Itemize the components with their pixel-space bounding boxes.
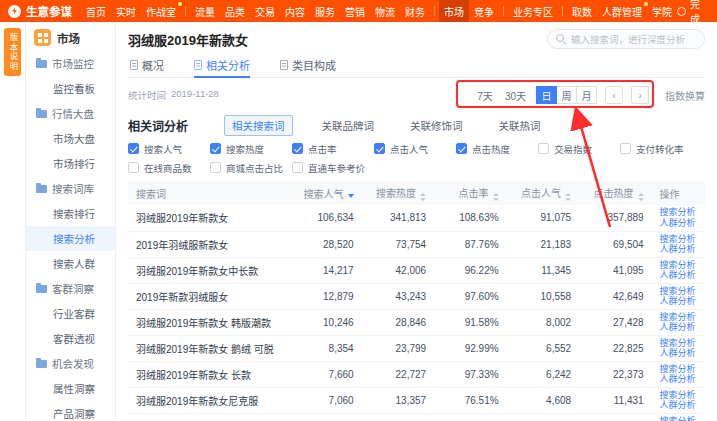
metric-checkbox[interactable]: 点击热度 <box>456 142 538 156</box>
nav-item[interactable]: 首页 <box>81 0 111 22</box>
search-analysis-link[interactable]: 搜索分析 <box>660 260 697 271</box>
metric-label: 直通车参考价 <box>308 161 365 175</box>
table-row: 波司登羽绒服女2019年新款 6,475 16,991 91.16% 5,377… <box>128 413 705 421</box>
search-analysis-link[interactable]: 搜索分析 <box>660 390 697 401</box>
nav-item[interactable]: 市场 <box>439 0 469 22</box>
sidebar-item[interactable]: 市场排行 <box>26 151 115 176</box>
crowd-analysis-link[interactable]: 人群分析 <box>660 296 697 307</box>
sidebar-item[interactable]: 行业客群 <box>26 301 115 326</box>
col-click-rate[interactable]: 点击率 <box>434 181 507 205</box>
date-range-button[interactable]: 7天 <box>475 86 495 105</box>
nav-item[interactable]: 人群管理 <box>597 0 647 22</box>
sidebar-item[interactable]: 产品洞察 <box>26 401 115 421</box>
nav-item[interactable]: 营销 <box>340 0 370 22</box>
folder-icon <box>36 185 47 193</box>
related-word-tab[interactable]: 关联品牌词 <box>315 116 382 135</box>
logo[interactable]: 生意参谋 <box>0 0 81 22</box>
crowd-analysis-link[interactable]: 人群分析 <box>660 244 697 255</box>
nav-item[interactable]: 流量 <box>190 0 220 22</box>
sidebar-item[interactable]: 机会发现 <box>26 351 115 376</box>
nav-item[interactable]: 财务 <box>400 0 430 22</box>
nav-item[interactable]: 交易 <box>250 0 280 22</box>
cell-click-popularity: 91,075 <box>507 205 580 231</box>
search-analysis-link[interactable]: 搜索分析 <box>660 286 697 297</box>
sidebar-item[interactable]: 搜索词库 <box>26 176 115 201</box>
search-input[interactable] <box>571 34 696 45</box>
sidebar-item-label: 客群透视 <box>53 331 95 346</box>
col-click-heat[interactable]: 点击热度 <box>579 181 652 205</box>
version-note-tag[interactable]: 版本说明 <box>4 28 21 76</box>
nav-item[interactable]: 物流 <box>370 0 400 22</box>
search-analysis-link[interactable]: 搜索分析 <box>660 234 697 245</box>
date-range-button[interactable]: 30天 <box>503 86 528 105</box>
crowd-analysis-link[interactable]: 人群分析 <box>660 374 697 385</box>
related-word-tab[interactable]: 关联修饰词 <box>403 116 470 135</box>
metric-checkbox[interactable]: 搜索热度 <box>210 142 292 156</box>
sidebar-item[interactable]: 搜索分析 <box>26 226 115 251</box>
nav-item[interactable]: 业务专区 <box>508 0 558 22</box>
search-analysis-link[interactable]: 搜索分析 <box>660 338 697 349</box>
cell-search-popularity: 14,217 <box>289 257 362 283</box>
metric-checkbox[interactable]: 直通车参考价 <box>292 161 374 175</box>
nav-item[interactable]: 品类 <box>220 0 250 22</box>
sidebar-item[interactable]: 搜索人群 <box>26 251 115 276</box>
crowd-analysis-link[interactable]: 人群分析 <box>660 218 697 229</box>
sidebar-item[interactable]: 行情大盘 <box>26 101 115 126</box>
metric-label: 点击人气 <box>390 142 428 156</box>
sidebar-item[interactable]: 市场监控 <box>26 51 115 76</box>
search-analysis-link[interactable]: 搜索分析 <box>660 312 697 323</box>
prev-date-button[interactable]: ‹ <box>605 86 623 104</box>
nav-item[interactable]: 取数 <box>567 0 597 22</box>
col-search-popularity[interactable]: 搜索人气 <box>289 181 362 205</box>
folder-icon <box>36 360 47 368</box>
analysis-tab[interactable]: 概况 <box>130 52 164 77</box>
cell-search-heat: 43,243 <box>362 283 435 309</box>
search-analysis-link[interactable]: 搜索分析 <box>660 364 697 375</box>
search-analysis-link[interactable]: 搜索分析 <box>660 416 697 421</box>
search-analysis-link[interactable]: 搜索分析 <box>660 207 697 218</box>
metric-checkbox[interactable]: 商城点击占比 <box>210 161 292 175</box>
cell-actions: 搜索分析 人群分析 <box>652 309 705 335</box>
crowd-analysis-link[interactable]: 人群分析 <box>660 400 697 411</box>
nav-item[interactable]: 实时 <box>111 0 141 22</box>
col-search-heat[interactable]: 搜索热度 <box>362 181 435 205</box>
cell-click-heat: 41,095 <box>579 257 652 283</box>
date-unit-button[interactable]: 月 <box>576 86 597 104</box>
nav-item[interactable]: 作战室 <box>141 0 181 22</box>
metric-checkbox[interactable]: 点击人气 <box>374 142 456 156</box>
sidebar-item[interactable]: 客群透视 <box>26 326 115 351</box>
col-click-popularity[interactable]: 点击人气 <box>507 181 580 205</box>
nav-item[interactable]: 服务 <box>310 0 340 22</box>
sidebar-item[interactable]: 客群洞察 <box>26 276 115 301</box>
related-word-tab[interactable]: 相关搜索词 <box>224 115 293 136</box>
sidebar-menu: 市场监控 监控看板 行情大盘 市场大盘 <box>26 51 115 421</box>
crowd-analysis-link[interactable]: 人群分析 <box>660 270 697 281</box>
crowd-analysis-link[interactable]: 人群分析 <box>660 348 697 359</box>
topbar-right-action[interactable]: 完成 <box>677 0 717 22</box>
sidebar-item[interactable]: 市场大盘 <box>26 126 115 151</box>
nav-item[interactable]: 竞争 <box>469 0 499 22</box>
search-icon <box>556 34 566 44</box>
sidebar-item[interactable]: 搜索排行 <box>26 201 115 226</box>
next-date-button[interactable]: › <box>631 86 649 104</box>
keyword-search-box[interactable] <box>547 29 705 49</box>
crowd-analysis-link[interactable]: 人群分析 <box>660 322 697 333</box>
date-unit-button[interactable]: 日 <box>536 86 557 104</box>
metric-checkbox[interactable]: 支付转化率 <box>620 142 702 156</box>
nav-item-label: 人群管理 <box>602 4 642 19</box>
related-word-tab[interactable]: 关联热词 <box>492 116 548 135</box>
metric-checkbox[interactable]: 搜索人气 <box>128 142 210 156</box>
sidebar-item[interactable]: 属性洞察 <box>26 376 115 401</box>
sidebar-item[interactable]: 监控看板 <box>26 76 115 101</box>
analysis-tab[interactable]: 类目构成 <box>280 52 336 77</box>
index-conversion-link[interactable]: 指数换算 <box>665 88 705 103</box>
nav-item[interactable]: 学院 <box>647 0 677 22</box>
nav-item[interactable]: 内容 <box>280 0 310 22</box>
metric-checkbox[interactable]: 交易指数 <box>538 142 620 156</box>
metric-checkbox[interactable]: 在线商品数 <box>128 161 210 175</box>
toolbar: 统计时间 2019-11-28 7天 30天 日 周 <box>128 78 705 112</box>
date-unit-button[interactable]: 周 <box>556 86 577 104</box>
metric-checkbox[interactable]: 点击率 <box>292 142 374 156</box>
table-row: 羽绒服2019年新款女尼克服 7,060 13,357 76.51% 4,608… <box>128 387 705 413</box>
analysis-tab[interactable]: 相关分析 <box>194 52 250 77</box>
